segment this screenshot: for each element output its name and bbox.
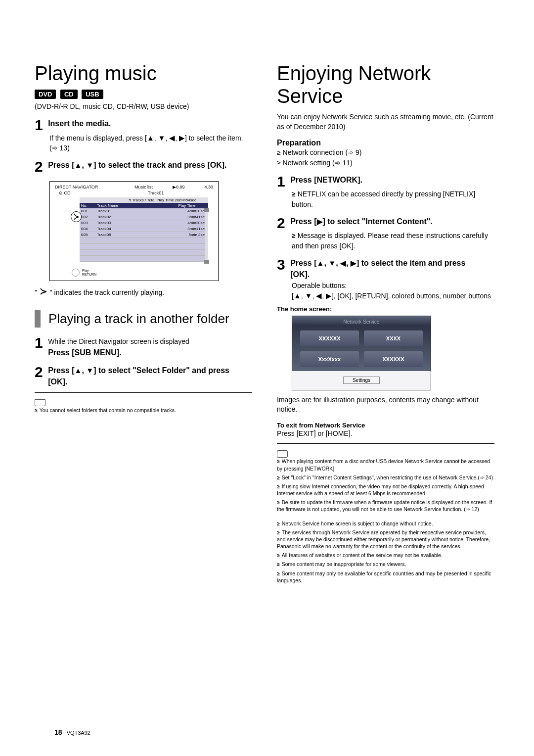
step-number: 1 — [35, 335, 43, 350]
arrow-down-icon: ▼ — [158, 134, 166, 142]
nav-list-label: Music list — [134, 185, 153, 189]
exit-heading: To exit from Network Service — [277, 422, 494, 429]
arrow-left-icon: ◀ — [316, 291, 322, 300]
nav-stats: 5 Tracks / Total Play Time 20min54sec — [80, 197, 208, 203]
ok-button-icon — [72, 269, 80, 277]
step-heading: While the Direct Navigator screen is dis… — [48, 335, 236, 358]
step-heading: Press [▲, ▼] to select "Select Folder" a… — [48, 365, 236, 387]
subsection-title: Playing a track in another folder — [48, 311, 252, 327]
arrow-up-icon: ▲ — [75, 366, 82, 375]
preparation-heading: Preparation — [277, 139, 494, 147]
note-block — [35, 398, 252, 407]
badge-usb: USB — [82, 90, 103, 99]
table-row — [80, 244, 208, 250]
note-text: You cannot select folders that contain n… — [35, 407, 252, 414]
home-tile: XXXXXX — [364, 351, 423, 367]
arrow-right-icon: ▶ — [351, 259, 356, 267]
right-intro: You can enjoy Network Service such as st… — [277, 112, 494, 132]
step-heading: Press [▲, ▼] to select the track and pre… — [48, 159, 236, 171]
left-step-1: 1 Insert the media. If the menu is displ… — [35, 118, 252, 153]
home-tile: XXXXXX — [300, 331, 359, 346]
format-note: (DVD-R/-R DL, music CD, CD-R/RW, USB dev… — [35, 102, 252, 112]
badge-dvd: DVD — [35, 90, 56, 99]
note-block — [277, 449, 494, 458]
table-row: 005Track055min 2sec — [80, 232, 208, 238]
operable-buttons: Operable buttons: [▲, ▼, ◀, ▶], [OK], [R… — [292, 281, 494, 301]
divider — [277, 443, 494, 444]
right-step-1: 1 Press [NETWORK]. NETFLIX can be access… — [277, 174, 494, 210]
direct-navigator-screen: DIRECT NAVIGATOR Music list ▶ 0.09 4.30 … — [49, 181, 219, 281]
nav-table-header: No. Track Name Play Time — [80, 203, 208, 208]
page-number: 18 — [54, 728, 62, 736]
page-footer: 18 VQT3A92 — [54, 728, 90, 736]
prep-item-2: ≥ Network setting (➾ 11) — [277, 158, 494, 168]
arrow-right-icon: ▶ — [326, 291, 332, 300]
left-step-2: 2 Press [▲, ▼] to select the track and p… — [35, 159, 252, 174]
arrow-right-icon: ▶ — [317, 217, 323, 226]
nav-total: 4.30 — [204, 185, 213, 189]
right-step-3: 3 Press [▲, ▼, ◀, ▶] to select the item … — [277, 257, 494, 301]
home-tile: XxxXxxx — [300, 351, 359, 367]
cross-ref-icon: ➾ — [52, 144, 58, 152]
nav-title: DIRECT NAVIGATOR — [55, 185, 134, 189]
table-row: 001Track014min30sec — [80, 208, 208, 214]
left-column: Playing music DVD CD USB (DVD-R/-R DL, m… — [35, 62, 252, 736]
cross-ref-icon: ➾ — [348, 148, 354, 156]
badge-cd: CD — [60, 90, 78, 99]
note-text: Network Service home screen is subject t… — [277, 520, 494, 527]
table-row: 002Track023min41sec — [80, 214, 208, 220]
arrow-left-icon: ◀ — [340, 259, 346, 267]
nav-bottom-buttons: Play RETURN — [72, 269, 96, 277]
right-column: Enjoying Network Service You can enjoy N… — [277, 62, 494, 736]
step-number: 2 — [277, 216, 285, 231]
home-settings-row: Settings — [292, 371, 431, 390]
step-number: 2 — [35, 159, 43, 174]
step-number: 1 — [277, 174, 285, 189]
step-heading: Press [▲, ▼, ◀, ▶] to select the item an… — [290, 257, 478, 280]
exit-body: Press [EXIT] or [HOME]. — [277, 429, 494, 439]
table-row — [80, 250, 208, 256]
step-heading: Press [▶] to select "Internet Content". — [290, 216, 478, 227]
step-number: 1 — [35, 118, 43, 133]
subsection-bar: Playing a track in another folder — [35, 310, 252, 328]
now-playing-icon — [39, 288, 48, 298]
step-body: Message is displayed. Please read these … — [292, 231, 494, 251]
arrow-right-icon: ▶ — [179, 134, 185, 142]
play-icon: ▶ — [173, 185, 176, 189]
note-icon — [35, 399, 45, 406]
format-badges: DVD CD USB — [35, 90, 252, 99]
home-tile: XXXX — [364, 331, 423, 346]
arrow-up-icon: ▲ — [75, 161, 82, 169]
note-text: Be sure to update the firmware when a fi… — [277, 499, 494, 513]
arrow-left-icon: ◀ — [169, 134, 175, 142]
table-row: 004Track043min11sec — [80, 226, 208, 232]
nav-scrollbar — [205, 212, 208, 260]
table-row: 003Track034min30sec — [80, 220, 208, 226]
arrow-up-icon: ▲ — [294, 291, 301, 300]
step-body: If the menu is displayed, press [▲, ▼, ◀… — [49, 133, 252, 153]
note-text: All features of websites or content of t… — [277, 552, 494, 559]
step-heading: Insert the media. — [48, 118, 236, 129]
note-text: Some content may be inappropriate for so… — [277, 561, 494, 567]
step-number: 3 — [277, 257, 285, 272]
arrow-down-icon: ▼ — [86, 366, 93, 375]
arrow-down-icon: ▼ — [305, 291, 312, 300]
note-text: Some content may only be available for s… — [277, 570, 494, 584]
playing-indicator-note: " " indicates the track currently playin… — [35, 288, 252, 298]
right-step-2: 2 Press [▶] to select "Internet Content"… — [277, 216, 494, 251]
home-screen-label: The home screen; — [277, 305, 494, 313]
sub-step-1: 1 While the Direct Navigator screen is d… — [35, 335, 252, 358]
prep-item-1: ≥ Network connection (➾ 9) — [277, 147, 494, 158]
arrow-up-icon: ▲ — [147, 134, 154, 142]
doc-code: VQT3A92 — [67, 730, 90, 736]
home-screen-title: Network Service — [292, 316, 431, 326]
arrow-down-icon: ▼ — [328, 259, 336, 267]
table-row — [80, 238, 208, 244]
note-text: Set "Lock" in "Internet Content Settings… — [277, 474, 494, 481]
step-body: NETFLIX can be accessed directly by pres… — [292, 189, 494, 210]
arrow-up-icon: ▲ — [317, 259, 324, 267]
note-text: If using slow Internet connection, the v… — [277, 483, 494, 497]
note-text: When playing content from a disc and/or … — [277, 458, 494, 472]
divider — [35, 392, 252, 393]
left-title: Playing music — [35, 62, 252, 85]
